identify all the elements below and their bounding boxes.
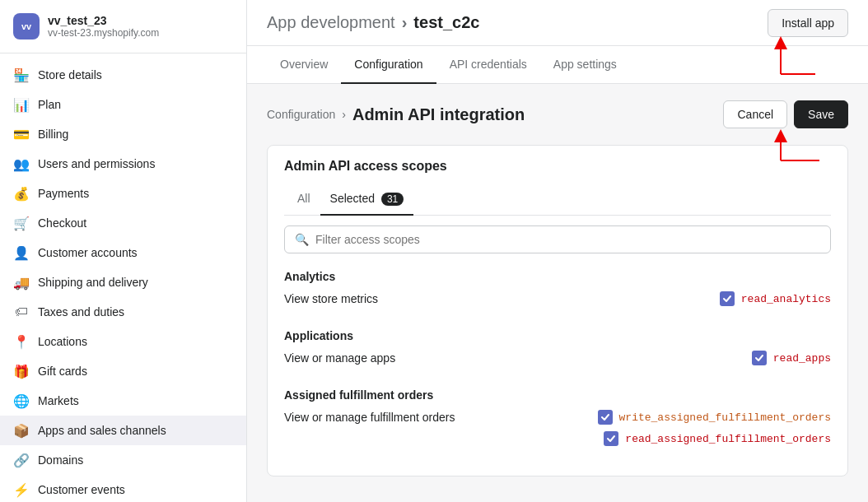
- scope-code: read_assigned_fulfillment_orders: [625, 433, 831, 445]
- sub-breadcrumb-actions: Cancel Save: [723, 100, 848, 128]
- sidebar-item-locations[interactable]: 📍 Locations: [0, 327, 246, 356]
- sidebar-item-label: Billing: [38, 128, 68, 141]
- sidebar-item-checkout[interactable]: 🛒 Checkout: [0, 208, 246, 238]
- sidebar-item-gift-cards[interactable]: 🎁 Gift cards: [0, 356, 246, 386]
- scope-tab-all-label: All: [297, 192, 310, 205]
- sidebar-item-apps-sales-channels[interactable]: 📦 Apps and sales channels: [0, 416, 246, 445]
- scope-row-right: read_assigned_fulfillment_orders: [604, 431, 831, 446]
- scope-tab-all[interactable]: All: [287, 184, 320, 216]
- store-details-icon: 🏪: [13, 67, 30, 83]
- sidebar-item-label: Domains: [38, 453, 83, 467]
- sidebar-item-label: Locations: [38, 335, 87, 348]
- apps-icon: 📦: [13, 422, 30, 439]
- sidebar-item-label: Taxes and duties: [38, 305, 124, 318]
- store-info: vv_test_23 vv-test-23.myshopify.com: [48, 14, 159, 39]
- markets-icon: 🌐: [13, 393, 30, 409]
- sub-breadcrumb-parent: Configuration: [267, 108, 335, 121]
- users-icon: 👥: [13, 156, 30, 172]
- scope-checkbox[interactable]: [752, 351, 767, 365]
- tab-nav: Overview Configuration API credentials A…: [247, 46, 868, 84]
- card-title: Admin API access scopes: [284, 159, 831, 174]
- filter-input[interactable]: [315, 233, 820, 246]
- sidebar-item-taxes-duties[interactable]: 🏷 Taxes and duties: [0, 297, 246, 327]
- install-app-button[interactable]: Install app: [768, 9, 848, 37]
- locations-icon: 📍: [13, 333, 30, 350]
- sidebar-item-label: Users and permissions: [38, 157, 155, 170]
- sidebar-nav: 🏪 Store details 📊 Plan 💳 Billing 👥 Users…: [0, 53, 246, 502]
- scope-tab-selected-badge: 31: [381, 193, 404, 206]
- sidebar-item-markets[interactable]: 🌐 Markets: [0, 386, 246, 416]
- breadcrumb: App development › test_c2c: [267, 13, 479, 32]
- scope-row-label: View store metrics: [284, 292, 378, 305]
- sidebar-item-plan[interactable]: 📊 Plan: [0, 90, 246, 119]
- scope-tab-selected[interactable]: Selected 31: [320, 184, 414, 216]
- store-url: vv-test-23.myshopify.com: [48, 27, 159, 39]
- scope-row-right: read_apps: [752, 351, 831, 365]
- main-content: App development › test_c2c Install app O…: [247, 0, 868, 502]
- store-name: vv_test_23: [48, 14, 159, 27]
- sidebar-item-label: Plan: [38, 98, 61, 111]
- scope-row: View store metrics read_analytics: [284, 288, 831, 309]
- filter-input-wrap[interactable]: 🔍: [284, 225, 831, 253]
- sub-breadcrumb-sep: ›: [342, 108, 346, 121]
- scope-row: View or manage apps read_apps: [284, 347, 831, 369]
- plan-icon: 📊: [13, 96, 30, 113]
- sidebar-item-domains[interactable]: 🔗 Domains: [0, 445, 246, 475]
- scopes-list: Analytics View store metrics read_analyt…: [268, 263, 847, 476]
- topbar: App development › test_c2c Install app: [247, 0, 868, 46]
- filter-wrap: 🔍: [268, 216, 847, 263]
- sub-breadcrumb-left: Configuration › Admin API integration: [267, 105, 525, 124]
- cancel-button[interactable]: Cancel: [723, 100, 787, 128]
- scope-row: View or manage fulfillment orders write_…: [284, 407, 831, 428]
- gift-cards-icon: 🎁: [13, 363, 30, 379]
- main-wrapper: App development › test_c2c Install app O…: [247, 0, 868, 502]
- sidebar-item-customer-accounts[interactable]: 👤 Customer accounts: [0, 238, 246, 267]
- sidebar-item-customer-events[interactable]: ⚡ Customer events: [0, 475, 246, 502]
- tab-api-credentials[interactable]: API credentials: [436, 46, 540, 84]
- tab-app-settings[interactable]: App settings: [540, 46, 630, 84]
- domains-icon: 🔗: [13, 452, 30, 468]
- scope-tabs: All Selected 31: [284, 184, 831, 216]
- sidebar-item-billing[interactable]: 💳 Billing: [0, 119, 246, 149]
- scope-section-fulfillment: Assigned fulfillment orders View or mana…: [284, 382, 831, 449]
- section-title-fulfillment: Assigned fulfillment orders: [284, 382, 831, 402]
- avatar: vv: [13, 13, 40, 40]
- sidebar-item-shipping-delivery[interactable]: 🚚 Shipping and delivery: [0, 267, 246, 297]
- section-title-analytics: Analytics: [284, 263, 831, 283]
- customer-events-icon: ⚡: [13, 481, 30, 498]
- scope-row-label: View or manage apps: [284, 351, 395, 365]
- sidebar-item-label: Gift cards: [38, 365, 87, 378]
- sub-breadcrumb: Configuration › Admin API integration Ca…: [267, 100, 848, 128]
- breadcrumb-separator: ›: [402, 13, 408, 32]
- content-area: Configuration › Admin API integration Ca…: [247, 84, 868, 502]
- sidebar-item-label: Markets: [38, 394, 79, 407]
- breadcrumb-current: test_c2c: [413, 13, 479, 32]
- scope-row-label: View or manage fulfillment orders: [284, 411, 455, 424]
- scope-code: read_analytics: [741, 293, 831, 305]
- billing-icon: 💳: [13, 126, 30, 142]
- scope-checkbox[interactable]: [598, 410, 613, 425]
- sidebar-item-label: Store details: [38, 68, 102, 81]
- sidebar-item-users-permissions[interactable]: 👥 Users and permissions: [0, 149, 246, 179]
- sub-breadcrumb-current: Admin API integration: [352, 105, 525, 124]
- breadcrumb-parent: App development: [267, 13, 395, 32]
- search-icon: 🔍: [295, 233, 309, 246]
- sidebar-item-store-details[interactable]: 🏪 Store details: [0, 60, 246, 90]
- sidebar-item-label: Shipping and delivery: [38, 276, 148, 289]
- admin-api-card: Admin API access scopes All Selected 31: [267, 145, 848, 476]
- sidebar-item-payments[interactable]: 💰 Payments: [0, 179, 246, 208]
- customer-accounts-icon: 👤: [13, 244, 30, 261]
- scope-code: write_assigned_fulfillment_orders: [619, 411, 831, 424]
- scope-code: read_apps: [773, 352, 831, 365]
- tab-overview[interactable]: Overview: [267, 46, 341, 84]
- save-button[interactable]: Save: [794, 100, 848, 128]
- sidebar-item-label: Customer accounts: [38, 246, 138, 259]
- scope-checkbox[interactable]: [720, 291, 735, 306]
- scope-row: read_assigned_fulfillment_orders: [284, 428, 831, 449]
- tab-configuration[interactable]: Configuration: [341, 46, 436, 84]
- payments-icon: 💰: [13, 185, 30, 202]
- scope-section-analytics: Analytics View store metrics read_analyt…: [284, 263, 831, 309]
- scope-tab-selected-label: Selected: [330, 192, 375, 205]
- scope-checkbox[interactable]: [604, 431, 618, 446]
- sidebar-item-label: Customer events: [38, 483, 125, 496]
